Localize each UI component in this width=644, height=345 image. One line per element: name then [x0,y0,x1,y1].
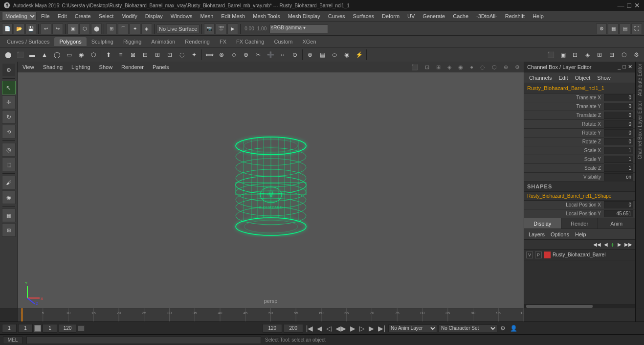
frame-end-1[interactable] [59,324,76,333]
attr-local-pos-y[interactable]: Local Position Y [524,209,635,218]
vp-view-menu[interactable]: View [21,64,36,70]
cube-icon[interactable]: ⬛ [14,49,26,61]
menu-create[interactable]: Create [71,12,94,20]
snap-grid-btn[interactable]: ⊞ [106,23,117,34]
tab-curves-surfaces[interactable]: Curves / Surfaces [2,37,54,46]
maximize-btn[interactable]: □ [627,1,631,9]
menu-edit[interactable]: Edit [54,12,70,20]
prism-icon[interactable]: ⬡ [88,49,99,61]
select-btn[interactable]: ▣ [67,23,78,34]
undo-btn[interactable]: ↩ [41,23,51,34]
display-settings-btn[interactable]: ⚙ [596,23,607,34]
paint-skin-btn[interactable]: 🖌 [2,176,16,189]
sculpt-icon[interactable]: ✦ [188,49,200,61]
attr-rotate-x[interactable]: Rotate X [524,120,635,129]
layer-scrollbar-thumb[interactable] [526,305,593,308]
cb-channels-menu[interactable]: Channels [526,74,555,82]
attr-rotate-z-value[interactable] [604,138,633,145]
settings-side-btn[interactable]: ⚙ [2,64,15,76]
menu-uv[interactable]: UV [404,12,418,20]
sphere-icon[interactable]: ⬤ [2,49,14,61]
cb-edit-menu[interactable]: Edit [555,74,571,82]
attr-local-pos-x-value[interactable] [604,201,633,208]
color-space-select[interactable]: sRGB gamma ▾ [269,24,328,33]
boolean-icon[interactable]: ⊗ [216,49,227,61]
ipr-btn[interactable]: ▶ [227,23,238,34]
menu-surfaces[interactable]: Surfaces [350,12,378,20]
lasso-btn[interactable]: ⬡ [79,23,90,34]
menu-windows[interactable]: Windows [167,12,196,20]
menu-select[interactable]: Select [95,12,117,20]
range-end-field[interactable] [284,324,303,333]
menu-generate[interactable]: Generate [419,12,448,20]
pref-btn[interactable]: ⚙ [499,324,507,332]
tab-animation[interactable]: Animation [146,37,180,46]
cb-minimize-icon[interactable]: _ [618,64,621,70]
bevel-icon[interactable]: ◇ [228,49,240,61]
attr-scale-x[interactable]: Scale X [524,146,635,155]
cylinder-icon[interactable]: ▬ [26,49,38,61]
layer-visibility-toggle[interactable]: V [526,252,533,258]
play-back-btn[interactable]: ◀▶ [334,324,348,333]
vp-icon-2[interactable]: ⊡ [425,64,429,70]
marquee-btn[interactable]: ⬚ [2,158,16,171]
frame-current-2[interactable] [18,324,33,333]
open-scene-btn[interactable]: 📂 [14,23,24,34]
separate-icon[interactable]: ⊡ [164,49,176,61]
attr-scale-x-value[interactable] [604,147,633,154]
camera-btn[interactable]: 📷 [204,23,215,34]
automatic-icon[interactable]: ⚡ [353,49,365,61]
attr-scale-y[interactable]: Scale Y [524,155,635,164]
prev-key-btn[interactable]: ◁ [325,324,333,333]
render-tab[interactable]: Render [561,218,599,229]
menu-cache[interactable]: Cache [449,12,472,20]
slide-icon[interactable]: ↔ [277,49,289,61]
menu-modify[interactable]: Modify [118,12,140,20]
move-tool-btn[interactable]: ✛ [2,95,16,109]
cb-show-menu[interactable]: Show [594,74,614,82]
tab-sculpting[interactable]: Sculpting [87,37,118,46]
tab-xgen[interactable]: XGen [297,37,321,46]
mirror-icon[interactable]: ⟺ [203,49,215,61]
layer-nav-prev-btn[interactable]: ◀ [603,241,609,248]
uv-icon[interactable]: ⊛ [304,49,316,61]
save-scene-btn[interactable]: 💾 [25,23,36,34]
vp-panels-menu[interactable]: Panels [151,64,171,70]
vp-icon-3[interactable]: ⊞ [436,64,441,70]
vp-icon-10[interactable]: ⚙ [515,64,520,70]
menu-mesh-tools[interactable]: Mesh Tools [249,12,283,20]
full-screen-btn[interactable]: ⛶ [631,23,642,34]
snap-view-btn[interactable]: ◈ [141,23,152,34]
soft-select-btn[interactable]: ◎ [2,143,16,157]
cb-expand-icon[interactable]: □ [622,64,626,70]
layout-btn[interactable]: ▦ [608,23,619,34]
attr-translate-x-value[interactable] [604,94,633,101]
vp-icon-9[interactable]: ⊛ [504,64,508,70]
layer-playback-toggle[interactable]: P [535,252,542,258]
grid-btn[interactable]: ⊞ [2,223,16,237]
cb-object-menu[interactable]: Object [572,74,593,82]
anim-end-field[interactable] [263,324,282,333]
settings-icon[interactable]: ⚙ [630,49,642,61]
mode-dropdown[interactable]: Modeling [2,12,37,21]
new-scene-btn[interactable]: 📄 [2,23,13,34]
layout-2-btn[interactable]: ▤ [620,23,630,34]
anim-layer-select[interactable]: No Anim Layer [388,324,437,332]
planar-icon[interactable]: ▤ [316,49,328,61]
attr-rotate-y-value[interactable] [604,129,633,137]
snap-curve-btn[interactable]: ⌒ [118,23,129,34]
connect-icon[interactable]: ➕ [265,49,276,61]
play-fwd-btn[interactable]: ▶ [349,324,357,333]
next-key-btn[interactable]: ▷ [358,324,366,333]
tab-fx-caching[interactable]: FX Caching [231,37,269,46]
layer-item[interactable]: V P Rusty_Biohazard_Barrel [524,250,635,260]
vp-icon-8[interactable]: ⬡ [492,64,497,70]
minimize-btn[interactable]: — [618,1,624,9]
char-set-select[interactable]: No Character Set [439,324,497,332]
attr-scale-z-value[interactable] [604,164,633,172]
cylindrical-icon[interactable]: ⬭ [329,49,340,61]
menu-mesh-display[interactable]: Mesh Display [285,12,324,20]
anim-pref-btn[interactable]: 👤 [509,324,519,332]
channel-box-strip-label[interactable]: Channel Box / Layer Editor [637,101,643,160]
vp-icon-1[interactable]: ⬛ [411,64,418,70]
